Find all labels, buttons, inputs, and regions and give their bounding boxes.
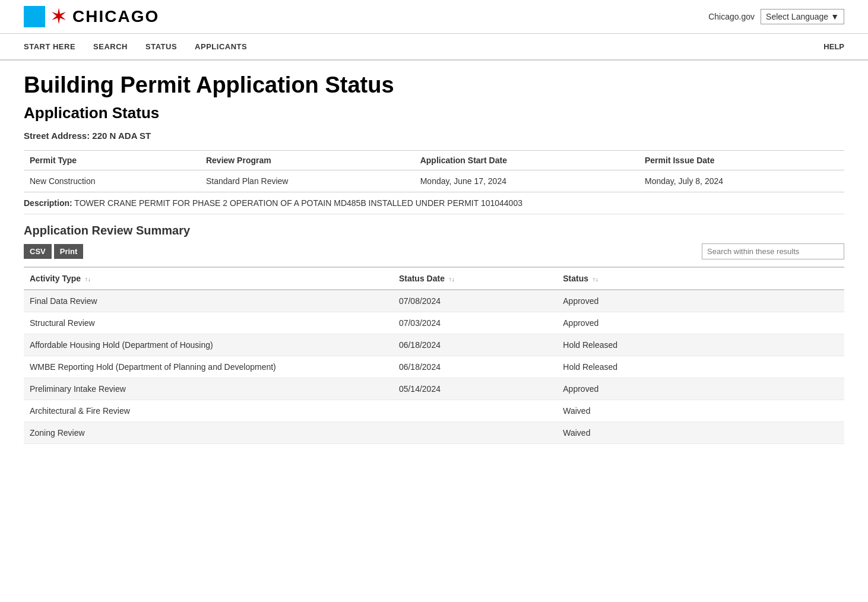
permit-type-header: Permit Type	[24, 151, 200, 170]
nav-search[interactable]: SEARCH	[93, 34, 128, 59]
page-title: Building Permit Application Status	[24, 72, 844, 98]
status-date-header: Status Date ↑↓	[393, 267, 557, 290]
chicago-logo-text: CHICAGO	[72, 7, 159, 26]
section-title: Application Status	[24, 104, 844, 122]
main-nav: START HERE SEARCH STATUS APPLICANTS HELP	[0, 34, 868, 61]
activity-type-cell: Zoning Review	[24, 422, 393, 444]
sort-activity-icon[interactable]: ↑↓	[85, 276, 91, 283]
status-date-cell: 06/18/2024	[393, 356, 557, 378]
status-header: Status ↑↓	[557, 267, 844, 290]
activity-type-header: Activity Type ↑↓	[24, 267, 393, 290]
csv-button[interactable]: CSV	[24, 244, 52, 259]
table-row: Preliminary Intake Review05/14/2024Appro…	[24, 378, 844, 400]
permit-type-value: New Construction	[24, 170, 200, 192]
activity-table: Activity Type ↑↓ Status Date ↑↓ Status ↑…	[24, 267, 844, 444]
status-cell: Waived	[557, 422, 844, 444]
chevron-down-icon: ▼	[831, 12, 839, 21]
activity-type-cell: Affordable Housing Hold (Department of H…	[24, 334, 393, 356]
status-date-cell: 05/14/2024	[393, 378, 557, 400]
status-cell: Approved	[557, 312, 844, 334]
status-date-cell: 07/03/2024	[393, 312, 557, 334]
main-content: Building Permit Application Status Appli…	[0, 61, 868, 468]
nav-status[interactable]: STATUS	[145, 34, 177, 59]
status-cell: Hold Released	[557, 334, 844, 356]
permit-issue-date-header: Permit Issue Date	[639, 151, 844, 170]
activity-type-cell: Preliminary Intake Review	[24, 378, 393, 400]
street-address-label: Street Address:	[24, 131, 90, 141]
app-start-date-header: Application Start Date	[414, 151, 639, 170]
activity-type-cell: Structural Review	[24, 312, 393, 334]
status-cell: Hold Released	[557, 356, 844, 378]
description-row: Description: TOWER CRANE PERMIT FOR PHAS…	[24, 192, 844, 214]
permit-info-table: Permit Type Review Program Application S…	[24, 150, 844, 192]
activity-type-cell: Final Data Review	[24, 290, 393, 312]
status-date-cell	[393, 422, 557, 444]
description-label: Description:	[24, 198, 72, 208]
summary-title: Application Review Summary	[24, 224, 844, 237]
chicago-gov-link[interactable]: Chicago.gov	[708, 12, 755, 21]
activity-type-cell: WMBE Reporting Hold (Department of Plann…	[24, 356, 393, 378]
select-language-label: Select Language	[766, 12, 828, 21]
app-start-date-value: Monday, June 17, 2024	[414, 170, 639, 192]
review-program-value: Standard Plan Review	[200, 170, 414, 192]
header-right: Chicago.gov Select Language ▼	[708, 9, 844, 24]
table-row: WMBE Reporting Hold (Department of Plann…	[24, 356, 844, 378]
description-value: TOWER CRANE PERMIT FOR PHASE 2 OPERATION…	[74, 198, 522, 208]
status-date-cell	[393, 400, 557, 422]
permit-issue-date-value: Monday, July 8, 2024	[639, 170, 844, 192]
sort-status-date-icon[interactable]: ↑↓	[449, 276, 455, 283]
status-cell: Approved	[557, 378, 844, 400]
street-address-value: 220 N ADA ST	[92, 131, 151, 141]
street-address: Street Address: 220 N ADA ST	[24, 131, 844, 141]
table-row: Architectural & Fire ReviewWaived	[24, 400, 844, 422]
activity-type-cell: Architectural & Fire Review	[24, 400, 393, 422]
table-row: Zoning ReviewWaived	[24, 422, 844, 444]
search-results-input[interactable]	[702, 243, 844, 259]
review-program-header: Review Program	[200, 151, 414, 170]
status-date-cell: 06/18/2024	[393, 334, 557, 356]
status-cell: Waived	[557, 400, 844, 422]
star-icon: ✶	[50, 6, 68, 27]
table-row: Affordable Housing Hold (Department of H…	[24, 334, 844, 356]
nav-help[interactable]: HELP	[823, 42, 844, 51]
print-button[interactable]: Print	[54, 244, 84, 259]
nav-applicants[interactable]: APPLICANTS	[195, 34, 247, 59]
language-select-button[interactable]: Select Language ▼	[761, 9, 844, 24]
site-header: ✶ CHICAGO Chicago.gov Select Language ▼	[0, 0, 868, 34]
sort-status-icon[interactable]: ↑↓	[593, 276, 598, 283]
toolbar-left: CSV Print	[24, 244, 83, 259]
toolbar: CSV Print	[24, 243, 844, 259]
status-date-cell: 07/08/2024	[393, 290, 557, 312]
blue-box-icon	[24, 6, 45, 27]
table-row: Structural Review07/03/2024Approved	[24, 312, 844, 334]
table-row: Final Data Review07/08/2024Approved	[24, 290, 844, 312]
nav-left: START HERE SEARCH STATUS APPLICANTS	[24, 34, 247, 59]
status-cell: Approved	[557, 290, 844, 312]
permit-info-row: New Construction Standard Plan Review Mo…	[24, 170, 844, 192]
nav-start-here[interactable]: START HERE	[24, 34, 75, 59]
logo-area: ✶ CHICAGO	[24, 6, 159, 27]
